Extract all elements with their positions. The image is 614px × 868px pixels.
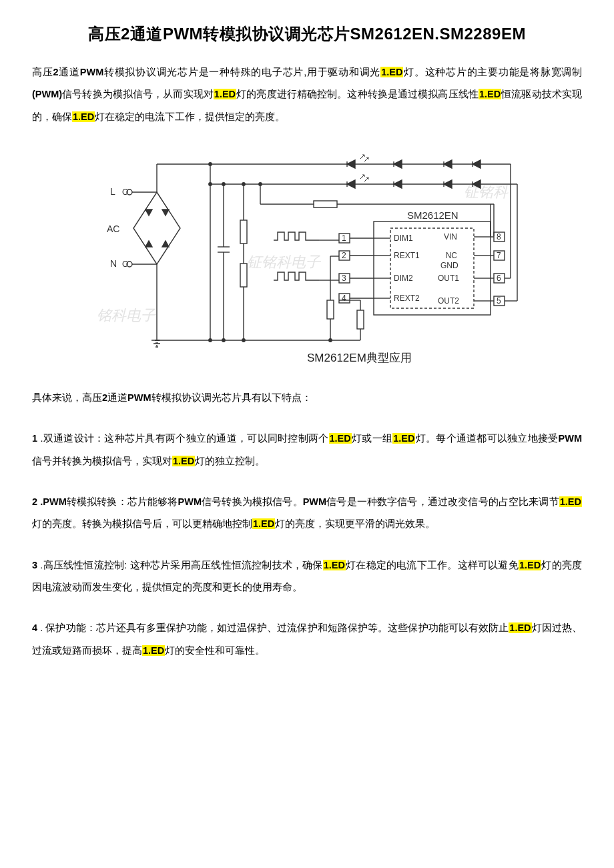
svg-rect-45 xyxy=(357,310,364,329)
txt: 高压 xyxy=(32,67,53,77)
pin-name: REXT2 xyxy=(394,294,420,303)
highlight-led: 1.ED xyxy=(380,67,403,77)
txt: 2 xyxy=(102,392,107,403)
txt: PWM xyxy=(303,496,326,507)
txt: 灯的独立控制。 xyxy=(195,456,265,466)
svg-rect-23 xyxy=(240,264,247,287)
circuit-svg: 铭科电子 钲铭科电子 钲铭科 L O AC N O xyxy=(93,147,521,367)
label-O: O xyxy=(122,187,128,197)
svg-rect-27 xyxy=(314,201,337,207)
watermark: 铭科电子 xyxy=(97,307,157,324)
txt: .高压线性恒流控制: 这种芯片采用高压线性恒流控制技术，确保 xyxy=(37,560,323,570)
highlight-led: 1.ED xyxy=(142,645,165,656)
label-AC: AC xyxy=(107,224,119,234)
pin-name: DIM2 xyxy=(394,274,413,283)
num: 1 xyxy=(32,433,37,444)
highlight-led: 1.ED xyxy=(72,111,95,122)
txt: 转模拟协议调光芯片具有以下特点： xyxy=(151,392,312,403)
svg-point-14 xyxy=(209,183,212,185)
highlight-led: 1.ED xyxy=(479,89,501,99)
pin-name: VIN xyxy=(444,232,457,242)
svg-point-25 xyxy=(242,183,245,185)
intro-paragraph: 高压2通道PWM转模拟协议调光芯片是一种特殊的电子芯片,用于驱动和调光1.ED灯… xyxy=(32,61,582,128)
txt: .双通道设计：这种芯片具有两个独立的通道，可以同时控制两个 xyxy=(37,433,328,444)
pin-num: 7 xyxy=(497,251,501,260)
feature-1: 1 .双通道设计：这种芯片具有两个独立的通道，可以同时控制两个1.ED灯或一组1… xyxy=(32,428,582,472)
txt: 灯在稳定的电流下工作，提供恒定的亮度。 xyxy=(95,111,285,122)
txt: 通道 xyxy=(59,67,80,77)
txt: 信号是一种数字信号，通过改变信号的占空比来调节 xyxy=(326,496,559,507)
svg-point-33 xyxy=(209,339,212,342)
txt: 信号并转换为模拟信号，实现对 xyxy=(32,456,172,466)
txt: 灯在稳定的电流下工作。这样可以避免 xyxy=(346,560,519,570)
num: 3 xyxy=(32,560,37,570)
pin-name: OUT1 xyxy=(438,274,459,283)
highlight-led: 1.ED xyxy=(323,560,346,570)
txt: 转模拟协议调光芯片是一种特殊的电子芯片,用于驱动和调光 xyxy=(103,67,380,77)
svg-point-19 xyxy=(222,183,225,185)
txt: . 保护功能：芯片还具有多重保护功能，如过温保护、过流保护和短路保护等。这些保护… xyxy=(37,622,509,633)
highlight-led: 1.ED xyxy=(519,560,541,570)
pin-name: DIM1 xyxy=(394,234,413,243)
highlight-led: 1.ED xyxy=(509,622,531,633)
txt: PWM xyxy=(127,392,151,403)
page-title: 高压2通道PWM转模拟协议调光芯片SM2612EN.SM2289EM xyxy=(32,23,582,45)
led-row xyxy=(347,155,481,168)
txt: 信号转换为模拟信号。 xyxy=(202,496,303,507)
txt: 灯或一组 xyxy=(352,433,392,444)
pin-num: 1 xyxy=(342,234,346,243)
highlight-led: 1.ED xyxy=(392,433,415,444)
highlight-led: 1.ED xyxy=(559,496,582,507)
txt: 2 xyxy=(53,67,59,77)
pin-num: 3 xyxy=(342,274,346,283)
gnd-label: GND xyxy=(440,261,458,270)
txt: 通道 xyxy=(107,392,127,403)
label-L: L xyxy=(110,186,115,197)
txt: PWM xyxy=(559,433,582,444)
txt: 灯的安全性和可靠性。 xyxy=(165,645,265,656)
feature-3: 3 .高压线性恒流控制: 这种芯片采用高压线性恒流控制技术，确保1.ED灯在稳定… xyxy=(32,554,582,599)
txt: 灯。这种芯片的主要功能是将脉宽调制 xyxy=(403,67,582,77)
pin-num: 6 xyxy=(497,274,501,283)
svg-point-34 xyxy=(222,339,225,342)
watermark: 钲铭科 xyxy=(464,183,509,200)
highlight-led: 1.ED xyxy=(252,518,275,529)
txt: PWM xyxy=(80,67,103,77)
pin-name: OUT2 xyxy=(438,296,459,306)
highlight-led: 1.ED xyxy=(329,433,352,444)
svg-rect-21 xyxy=(240,220,247,244)
txt: (PWM) xyxy=(32,89,62,99)
svg-point-35 xyxy=(242,339,245,342)
num: 4 xyxy=(32,622,37,633)
features-intro: 具体来说，高压2通道PWM转模拟协议调光芯片具有以下特点： xyxy=(32,387,582,409)
pin-num: 2 xyxy=(342,251,346,260)
watermark: 钲铭科电子 xyxy=(247,254,322,270)
pin-num: 5 xyxy=(497,296,501,306)
txt: 灯的亮度，实现更平滑的调光效果。 xyxy=(275,518,435,529)
txt: .PWM xyxy=(37,496,67,507)
highlight-led: 1.ED xyxy=(172,456,195,466)
pin-name: REXT1 xyxy=(394,251,420,260)
label-O: O xyxy=(122,260,128,269)
diagram-caption: SM2612EM典型应用 xyxy=(307,352,412,364)
txt: 具体来说，高压 xyxy=(32,392,102,403)
txt: 灯。每个通道都可以独立地接受 xyxy=(415,433,558,444)
highlight-led: 1.ED xyxy=(214,89,236,99)
pin-num: 8 xyxy=(497,232,501,242)
txt: 转模拟转换：芯片能够将 xyxy=(67,496,178,507)
num: 2 xyxy=(32,496,37,507)
feature-2: 2 .PWM转模拟转换：芯片能够将PWM信号转换为模拟信号。PWM信号是一种数字… xyxy=(32,491,582,536)
txt: 灯的亮度。转换为模拟信号后，可以更精确地控制 xyxy=(32,518,252,529)
txt: PWM xyxy=(178,496,202,507)
svg-point-13 xyxy=(209,163,212,165)
pin-num: 4 xyxy=(342,294,346,303)
pin-name: NC xyxy=(446,251,458,260)
svg-point-30 xyxy=(259,183,262,185)
svg-rect-48 xyxy=(374,222,491,315)
feature-4: 4 . 保护功能：芯片还具有多重保护功能，如过温保护、过流保护和短路保护等。这些… xyxy=(32,617,582,662)
chip-label: SM2612EN xyxy=(407,209,458,221)
svg-point-42 xyxy=(329,339,332,342)
circuit-diagram: 铭科电子 钲铭科电子 钲铭科 L O AC N O xyxy=(32,147,582,367)
txt: 信号转换为模拟信号，从而实现对 xyxy=(62,89,214,99)
svg-rect-40 xyxy=(327,300,334,319)
